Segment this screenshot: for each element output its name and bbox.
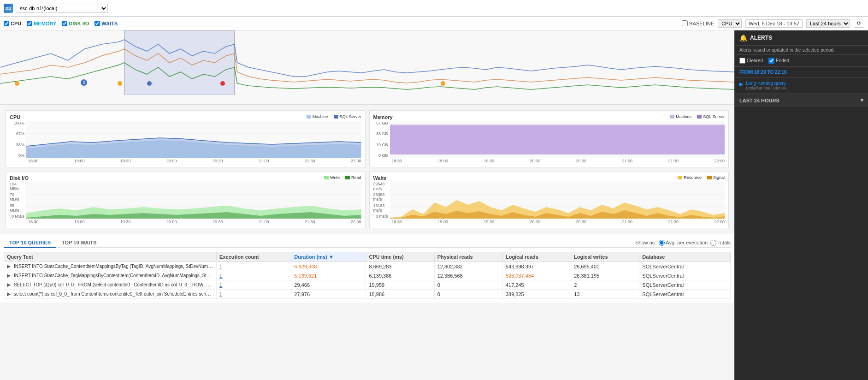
- alert-arrow-icon: ▶: [739, 81, 743, 87]
- cpu-checkbox-input[interactable]: [4, 21, 9, 26]
- col-log-writes[interactable]: Logical writes: [571, 252, 639, 262]
- alert-dot-5[interactable]: [220, 81, 225, 86]
- cpu-checkbox[interactable]: CPU: [4, 21, 21, 26]
- timeline-inner: 2: [0, 30, 734, 95]
- col-query-text[interactable]: Query Text: [4, 252, 217, 262]
- cell-phys-reads: 0: [434, 290, 502, 299]
- alert-dot-4[interactable]: [147, 81, 152, 86]
- col-phys-reads[interactable]: Physical reads: [434, 252, 502, 262]
- exec-count-link[interactable]: 1: [219, 264, 222, 269]
- show-as: Show as: Avg. per execution Totals: [635, 240, 731, 246]
- radio-totals[interactable]: Totals: [710, 240, 731, 246]
- queries-tbody: ▶ INSERT INTO StatsCache_ContentItemMapp…: [4, 262, 731, 299]
- waits-x-labels: 18:3019:0019:3020:0020:3021:0021:3022:00: [373, 220, 725, 224]
- cpu-legend-machine-label: Machine: [313, 114, 328, 119]
- waits-legend-signal: Signal: [707, 175, 725, 180]
- timeline-svg: [0, 30, 734, 95]
- memory-checkbox-input[interactable]: [27, 21, 32, 26]
- memory-legend-sqlserver: SQL Server: [697, 114, 725, 119]
- top-bar: DB ssc-db-n1\(local): [0, 0, 868, 17]
- expand-icon[interactable]: ▶: [7, 273, 11, 278]
- waits-checkbox[interactable]: WAITS: [94, 21, 118, 26]
- disk-chart-title: Disk I/O: [10, 175, 29, 181]
- cell-query-text: ▶ SELECT TOP (@p0) col_0_0_ FROM (select…: [4, 280, 217, 290]
- charts-grid: CPU Machine SQL Server 100%: [0, 105, 734, 234]
- memory-checkbox[interactable]: MEMORY: [27, 21, 56, 26]
- tab-top10-queries[interactable]: TOP 10 QUERIES: [4, 238, 56, 248]
- table-header-row: Query Text Execution count Duration (ms)…: [4, 252, 731, 262]
- tabs-row: TOP 10 QUERIES TOP 10 WAITS Show as: Avg…: [4, 238, 731, 248]
- col-log-reads[interactable]: Logical reads: [502, 252, 571, 262]
- filter-cleared-input[interactable]: [739, 58, 745, 64]
- cell-log-writes: 2: [571, 280, 639, 290]
- disk-chart-area: 104 MB/s 70 MB/s 35 MB/s 0 MB/s: [10, 182, 361, 219]
- cpu-chart-panel: CPU Machine SQL Server 100%: [6, 110, 366, 167]
- timeline-chart[interactable]: 2 14:00 15:00 16:00 17:00 18:00 19:00 20…: [0, 30, 734, 104]
- server-select[interactable]: ssc-db-n1\(local): [16, 4, 108, 13]
- cpu-legend-machine-color: [307, 115, 311, 119]
- alerts-header: 🔔 ALERTS: [735, 30, 868, 46]
- baseline-checkbox-input[interactable]: [682, 20, 688, 26]
- last-24-hours-header[interactable]: LAST 24 HOURS ▾: [735, 94, 868, 107]
- bottom-section: TOP 10 QUERIES TOP 10 WAITS Show as: Avg…: [0, 234, 734, 303]
- bell-icon: 🔔: [739, 34, 747, 42]
- disk-y-labels: 104 MB/s 70 MB/s 35 MB/s 0 MB/s: [10, 182, 26, 219]
- cell-query-text: ▶ INSERT INTO StatsCache_TagMappingsByCo…: [4, 271, 217, 280]
- alert-dot-6[interactable]: [441, 81, 445, 86]
- memory-y-labels: 57 GB 38 GB 19 GB 0 GB: [373, 121, 390, 158]
- disk-legend-read: Read: [345, 175, 361, 180]
- baseline-checkbox[interactable]: BASELINE: [682, 20, 714, 26]
- waits-checkbox-input[interactable]: [94, 21, 100, 26]
- alert-title: Long-running query: [746, 81, 786, 86]
- radio-avg-label: Avg. per execution: [666, 240, 708, 245]
- alert-item-1[interactable]: ▶ Long-running query Ended at Tue, Dec 0…: [735, 78, 868, 94]
- alerts-title: ALERTS: [750, 35, 772, 41]
- cell-duration: 29,466: [291, 280, 366, 290]
- radio-avg[interactable]: Avg. per execution: [659, 240, 708, 246]
- cell-exec-count: 1: [217, 290, 291, 299]
- alerts-filter: Cleared Ended: [735, 55, 868, 67]
- cell-query-text: ▶ select count(*) as col_0_0_ from Conte…: [4, 290, 217, 299]
- cpu-y-labels: 100% 67% 33% 0%: [10, 121, 26, 158]
- filter-cleared[interactable]: Cleared: [739, 58, 763, 64]
- cpu-legend-sql-color: [334, 115, 338, 119]
- alert-dot-3[interactable]: [118, 81, 122, 86]
- main-layout: 2 14:00 15:00 16:00 17:00 18:00 19:00 20…: [0, 30, 868, 380]
- cell-exec-count: 1: [217, 280, 291, 290]
- col-duration[interactable]: Duration (ms) ▼: [291, 252, 366, 262]
- exec-count-link[interactable]: 1: [219, 291, 222, 297]
- filter-ended-input[interactable]: [768, 58, 774, 64]
- radio-avg-input[interactable]: [659, 240, 665, 246]
- memory-legend: Machine SQL Server: [670, 114, 725, 119]
- disk-legend: Write Read: [324, 175, 361, 180]
- chevron-down-icon: ▾: [861, 97, 863, 103]
- disk-x-labels: 18:3019:0019:3020:0020:3021:0021:3022:00: [10, 220, 361, 224]
- radio-totals-label: Totals: [717, 240, 731, 245]
- cell-cpu: 18,986: [366, 290, 434, 299]
- filter-ended[interactable]: Ended: [768, 58, 789, 64]
- disk-checkbox[interactable]: DISK I/O: [62, 21, 89, 26]
- memory-x-labels: 18:3019:0019:3020:0020:3021:0021:3022:00: [373, 159, 725, 163]
- alert-dot-1[interactable]: [15, 81, 19, 86]
- expand-icon[interactable]: ▶: [7, 291, 11, 297]
- table-row: ▶ INSERT INTO StatsCache_TagMappingsByCo…: [4, 271, 731, 280]
- tab-top10-waits[interactable]: TOP 10 WAITS: [56, 238, 102, 248]
- radio-totals-input[interactable]: [710, 240, 716, 246]
- cell-log-reads: 543,698,397: [502, 262, 571, 271]
- expand-icon[interactable]: ▶: [7, 282, 11, 287]
- cell-database: SQLServerCentral: [639, 280, 731, 290]
- disk-checkbox-input[interactable]: [62, 21, 67, 26]
- timerange-select[interactable]: Last 24 hours: [806, 19, 850, 28]
- baseline-select[interactable]: CPU: [718, 19, 742, 28]
- expand-icon[interactable]: ▶: [7, 263, 11, 269]
- memory-chart-area: 57 GB 38 GB 19 GB 0 GB: [373, 121, 725, 158]
- refresh-button[interactable]: ⟳: [854, 19, 864, 28]
- last-24-label: LAST 24 HOURS: [739, 98, 779, 103]
- cpu-legend-sqlserver: SQL Server: [334, 114, 361, 119]
- cell-duration: 5,139,621: [291, 271, 366, 280]
- col-cpu[interactable]: CPU time (ms): [366, 252, 434, 262]
- col-database[interactable]: Database: [639, 252, 731, 262]
- col-exec-count[interactable]: Execution count: [217, 252, 291, 262]
- exec-count-link[interactable]: 1: [219, 273, 222, 279]
- exec-count-link[interactable]: 1: [219, 282, 222, 288]
